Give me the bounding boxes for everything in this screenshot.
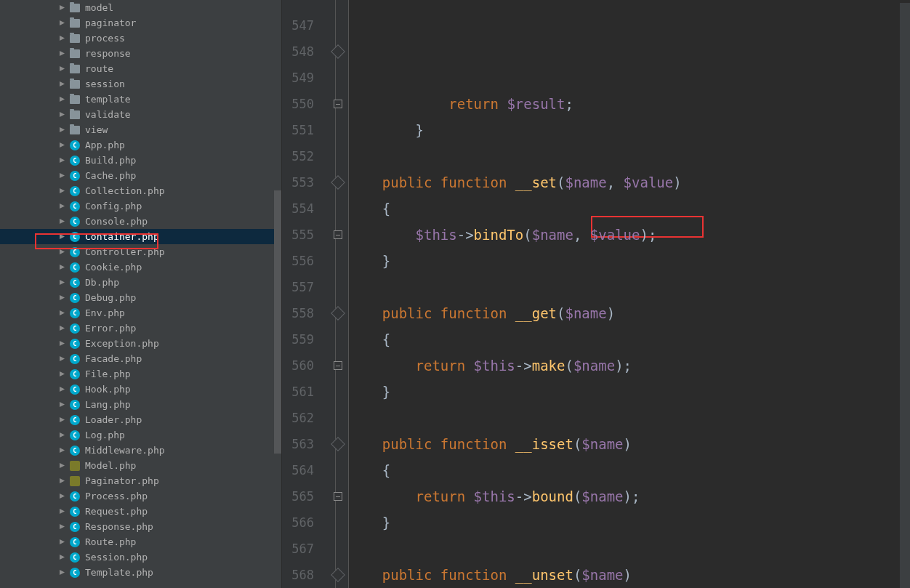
line-number[interactable]: 562 xyxy=(282,405,327,431)
tree-item[interactable]: Exception.php xyxy=(0,336,281,351)
expand-arrow-icon[interactable] xyxy=(58,401,65,408)
line-number[interactable]: 564 xyxy=(282,457,327,483)
expand-arrow-icon[interactable] xyxy=(58,523,65,531)
code-line[interactable] xyxy=(349,536,910,562)
line-number[interactable]: 557 xyxy=(282,274,327,300)
fold-cell[interactable] xyxy=(327,222,348,248)
fold-end-icon[interactable] xyxy=(331,306,345,321)
tree-item[interactable]: Controller.php xyxy=(0,244,281,259)
fold-end-icon[interactable] xyxy=(331,175,345,190)
line-number[interactable]: 550 xyxy=(282,91,327,117)
line-number[interactable]: 549 xyxy=(282,65,327,91)
tree-item[interactable]: Lang.php xyxy=(0,397,281,412)
code-line[interactable]: { xyxy=(349,326,910,353)
code-line[interactable]: return $result; xyxy=(349,91,910,117)
expand-arrow-icon[interactable] xyxy=(58,233,65,241)
tree-item[interactable]: Response.php xyxy=(0,519,281,534)
tree-item[interactable]: template xyxy=(0,92,281,107)
tree-item[interactable]: App.php xyxy=(0,137,281,153)
code-line[interactable]: { xyxy=(349,457,910,483)
fold-cell[interactable] xyxy=(327,196,348,222)
tree-item[interactable]: Debug.php xyxy=(0,290,281,305)
code-line[interactable]: { xyxy=(349,196,910,222)
code-line[interactable] xyxy=(349,274,910,300)
fold-collapse-icon[interactable] xyxy=(334,100,342,108)
expand-arrow-icon[interactable] xyxy=(58,478,65,485)
fold-cell[interactable] xyxy=(327,300,348,326)
line-number[interactable]: 559 xyxy=(282,326,327,353)
tree-item[interactable]: paginator xyxy=(0,15,281,31)
editor-scrollbar-track[interactable] xyxy=(900,3,910,588)
code-line[interactable] xyxy=(349,143,910,169)
fold-cell[interactable] xyxy=(327,536,348,562)
fold-end-icon[interactable] xyxy=(331,44,345,59)
project-sidebar[interactable]: modelpaginatorprocessresponseroutesessio… xyxy=(0,0,282,588)
expand-arrow-icon[interactable] xyxy=(58,218,65,225)
expand-arrow-icon[interactable] xyxy=(58,20,65,27)
expand-arrow-icon[interactable] xyxy=(58,188,65,195)
fold-cell[interactable] xyxy=(327,65,348,91)
expand-arrow-icon[interactable] xyxy=(58,508,65,515)
sidebar-scrollbar-thumb[interactable] xyxy=(274,190,281,454)
fold-cell[interactable] xyxy=(327,117,348,143)
fold-cell[interactable] xyxy=(327,248,348,274)
expand-arrow-icon[interactable] xyxy=(58,96,65,103)
expand-arrow-icon[interactable] xyxy=(58,126,65,134)
tree-item[interactable]: Loader.php xyxy=(0,412,281,427)
fold-cell[interactable] xyxy=(327,274,348,300)
expand-arrow-icon[interactable] xyxy=(58,310,65,317)
fold-cell[interactable] xyxy=(327,457,348,483)
code-line[interactable]: } xyxy=(349,379,910,405)
fold-cell[interactable] xyxy=(327,405,348,431)
line-number[interactable]: 561 xyxy=(282,379,327,405)
fold-end-icon[interactable] xyxy=(331,437,345,451)
line-number[interactable]: 563 xyxy=(282,431,327,457)
expand-arrow-icon[interactable] xyxy=(58,4,65,12)
sidebar-scrollbar-track[interactable] xyxy=(274,0,281,588)
code-line[interactable]: public function __get($name) xyxy=(349,300,910,326)
expand-arrow-icon[interactable] xyxy=(58,157,65,164)
line-number[interactable]: 555 xyxy=(282,222,327,248)
line-number[interactable]: 566 xyxy=(282,510,327,536)
line-number[interactable]: 548 xyxy=(282,39,327,65)
line-number[interactable]: 558 xyxy=(282,300,327,326)
tree-item[interactable]: Request.php xyxy=(0,504,281,519)
fold-cell[interactable] xyxy=(327,353,348,379)
tree-item[interactable]: File.php xyxy=(0,366,281,382)
fold-cell[interactable] xyxy=(327,483,348,510)
code-line[interactable]: return $this->make($name); xyxy=(349,353,910,379)
tree-item[interactable]: Model.php xyxy=(0,458,281,473)
tree-item[interactable]: Cookie.php xyxy=(0,259,281,275)
expand-arrow-icon[interactable] xyxy=(58,432,65,439)
fold-cell[interactable] xyxy=(327,39,348,65)
code-editor[interactable]: 5475485495505515525535545555565575585595… xyxy=(282,0,910,588)
expand-arrow-icon[interactable] xyxy=(58,81,65,88)
code-area[interactable]: return $result; } public function __set(… xyxy=(349,0,910,588)
line-number[interactable]: 551 xyxy=(282,117,327,143)
fold-cell[interactable] xyxy=(327,143,348,169)
tree-item[interactable]: route xyxy=(0,61,281,76)
expand-arrow-icon[interactable] xyxy=(58,325,65,332)
tree-item[interactable]: view xyxy=(0,122,281,137)
tree-item[interactable]: Process.php xyxy=(0,488,281,504)
tree-item[interactable]: response xyxy=(0,46,281,61)
fold-cell[interactable] xyxy=(327,379,348,405)
tree-item[interactable]: session xyxy=(0,76,281,92)
tree-item[interactable]: Template.php xyxy=(0,565,281,580)
line-number-gutter[interactable]: 5475485495505515525535545555565575585595… xyxy=(282,0,327,588)
line-number[interactable]: 565 xyxy=(282,483,327,510)
tree-item[interactable]: Error.php xyxy=(0,321,281,336)
expand-arrow-icon[interactable] xyxy=(58,142,65,149)
fold-cell[interactable] xyxy=(327,562,348,588)
code-line[interactable]: } xyxy=(349,117,910,143)
tree-item[interactable]: Session.php xyxy=(0,549,281,565)
expand-arrow-icon[interactable] xyxy=(58,249,65,256)
expand-arrow-icon[interactable] xyxy=(58,50,65,57)
expand-arrow-icon[interactable] xyxy=(58,355,65,363)
expand-arrow-icon[interactable] xyxy=(58,386,65,393)
expand-arrow-icon[interactable] xyxy=(58,493,65,500)
code-line[interactable]: } xyxy=(349,248,910,274)
expand-arrow-icon[interactable] xyxy=(58,569,65,576)
tree-item[interactable]: Hook.php xyxy=(0,382,281,397)
expand-arrow-icon[interactable] xyxy=(58,111,65,118)
